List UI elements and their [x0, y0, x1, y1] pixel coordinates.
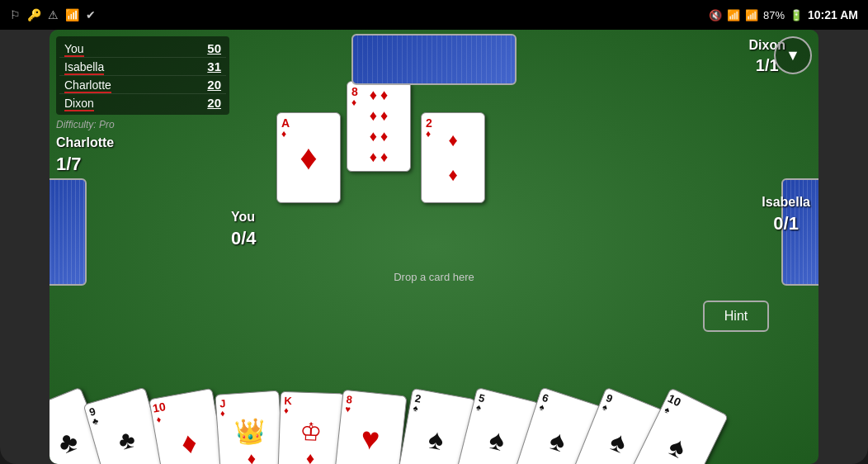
charlotte-name-text: Charlotte: [56, 135, 114, 150]
hint-button-label: Hint: [724, 309, 748, 324]
left-deck: [50, 178, 87, 286]
isabella-label: Isabella 0/1: [762, 195, 810, 234]
hand-area: 3 ♣ ♣ 9 ♣ ♣ 10 ♦ ♦ J ♦ 👑: [53, 357, 746, 464]
mute-icon: 🔇: [709, 9, 722, 21]
score-row-isabella: Isabella 31: [59, 58, 226, 76]
status-icons-left: ⚐ 🔑 ⚠ 📶 ✔: [10, 8, 96, 21]
score-panel: You 50 Isabella 31 Charlotte 20 Dixon 20: [56, 36, 229, 115]
battery-icon: 🔋: [790, 9, 803, 21]
score-row-charlotte: Charlotte 20: [59, 76, 226, 94]
card-8-diamonds[interactable]: 8 ♦ ♦ ♦ ♦ ♦ ♦ ♦ ♦ ♦: [347, 81, 411, 172]
key-icon: 🔑: [27, 8, 41, 21]
score-row-dixon: Dixon 20: [59, 94, 226, 111]
you-label: You 0/4: [231, 210, 257, 249]
score-name-dixon: Dixon: [64, 97, 94, 110]
charlotte-score-text: 1/7: [56, 154, 114, 175]
score-value-you: 50: [207, 41, 221, 55]
signal-icon: 📶: [745, 9, 758, 21]
card-2-diamonds[interactable]: 2 ♦ ♦ ♦: [421, 112, 485, 203]
score-value-isabella: 31: [207, 59, 221, 73]
isabella-score-text: 0/1: [762, 213, 810, 234]
wifi-icon: 📶: [727, 9, 740, 21]
score-name-you: You: [64, 42, 84, 55]
score-name-charlotte: Charlotte: [64, 78, 111, 92]
hint-button[interactable]: Hint: [703, 301, 769, 332]
usb-icon: ⚐: [10, 8, 21, 21]
status-icons-right: 🔇 📶 📶 87% 🔋 10:21 AM: [709, 8, 858, 21]
hand-card-8-hearts[interactable]: 8 ♥ ♥: [333, 390, 407, 464]
game-area: You 50 Isabella 31 Charlotte 20 Dixon 20…: [50, 30, 818, 464]
battery-text: 87%: [763, 9, 785, 21]
drop-zone-label: Drop a card here: [394, 271, 474, 283]
you-score-text: 0/4: [231, 228, 257, 249]
you-name-text: You: [231, 210, 257, 225]
hand-card-king-diamonds[interactable]: K ♦ ♔ ♦: [277, 391, 345, 464]
check-icon: ✔: [86, 8, 96, 21]
phone-frame: ⚐ 🔑 ⚠ 📶 ✔ 🔇 📶 📶 87% 🔋 10:21 AM You: [0, 0, 868, 464]
score-row-you: You 50: [59, 40, 226, 58]
wifi-signal-icon: 📶: [65, 8, 79, 21]
charlotte-label: Charlotte 1/7: [56, 135, 114, 175]
hand-card-jack-diamonds[interactable]: J ♦ 👑 ♦: [215, 391, 285, 464]
score-value-charlotte: 20: [207, 78, 221, 92]
score-name-isabella: Isabella: [64, 60, 104, 73]
chevron-down-icon: ▼: [785, 47, 800, 64]
top-deck: [351, 34, 517, 85]
isabella-name-text: Isabella: [762, 195, 810, 210]
status-bar: ⚐ 🔑 ⚠ 📶 ✔ 🔇 📶 📶 87% 🔋 10:21 AM: [0, 0, 868, 30]
card-ace-diamonds[interactable]: A ♦ ♦: [276, 112, 341, 203]
score-value-dixon: 20: [207, 96, 221, 110]
time-display: 10:21 AM: [808, 8, 858, 21]
difficulty-label: Difficulty: Pro: [56, 119, 115, 130]
dropdown-button[interactable]: ▼: [774, 36, 812, 74]
warning-icon: ⚠: [48, 8, 59, 21]
